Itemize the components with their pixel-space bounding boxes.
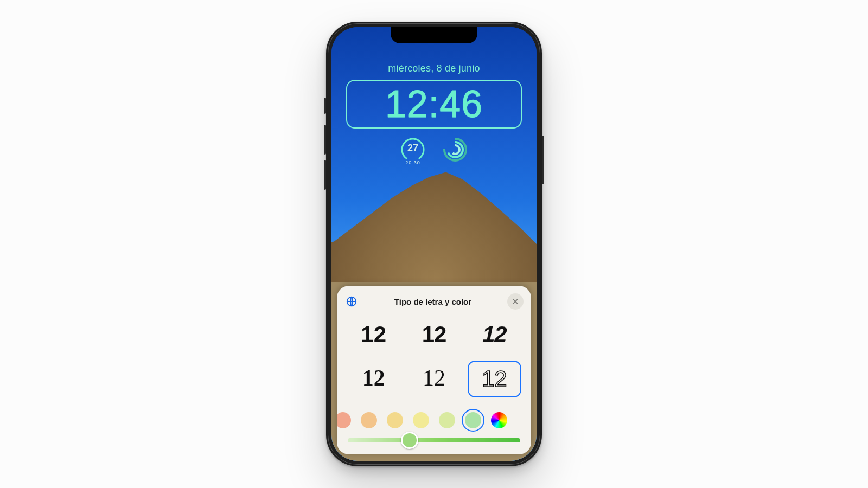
weather-range: 20 30 <box>399 160 426 165</box>
color-row <box>337 404 531 432</box>
lockscreen-date[interactable]: miércoles, 8 de junio <box>388 63 480 74</box>
phone-frame: miércoles, 8 de junio 12:46 27 20 30 <box>326 22 542 466</box>
svg-point-3 <box>451 145 459 154</box>
shade-slider[interactable] <box>348 438 520 442</box>
font-option-4[interactable]: 12 <box>347 361 400 395</box>
volume-down-button[interactable] <box>324 160 326 190</box>
color-swatch-6[interactable] <box>465 412 481 428</box>
color-swatch-3[interactable] <box>387 412 403 428</box>
font-color-card: Tipo de letra y color 12 12 12 12 12 12 <box>337 286 531 454</box>
globe-icon[interactable] <box>344 294 359 309</box>
activity-rings-widget[interactable] <box>442 136 469 163</box>
color-swatch-4[interactable] <box>413 412 429 428</box>
color-swatch-2[interactable] <box>361 412 377 428</box>
phone-screen: miércoles, 8 de junio 12:46 27 20 30 <box>331 27 537 461</box>
notch <box>391 27 477 43</box>
weather-temp: 27 <box>399 143 426 154</box>
lockscreen-time: 12:46 <box>385 85 483 123</box>
card-title: Tipo de letra y color <box>394 297 471 306</box>
volume-up-button[interactable] <box>324 125 326 155</box>
mute-switch[interactable] <box>324 98 326 114</box>
font-option-2[interactable]: 12 <box>407 317 461 352</box>
font-option-1[interactable]: 12 <box>347 317 400 352</box>
font-option-6[interactable]: 12 <box>468 361 521 397</box>
lockscreen-time-box[interactable]: 12:46 <box>346 80 522 129</box>
color-picker-rainbow[interactable] <box>491 412 507 428</box>
font-option-5[interactable]: 12 <box>407 361 461 395</box>
font-grid: 12 12 12 12 12 12 <box>337 315 531 404</box>
font-option-3[interactable]: 12 <box>468 317 521 352</box>
close-icon[interactable] <box>507 293 524 310</box>
power-button[interactable] <box>542 136 544 184</box>
weather-widget[interactable]: 27 20 30 <box>399 136 426 163</box>
shade-slider-thumb[interactable] <box>401 432 418 449</box>
color-swatch-1[interactable] <box>337 412 351 428</box>
color-swatch-5[interactable] <box>439 412 455 428</box>
